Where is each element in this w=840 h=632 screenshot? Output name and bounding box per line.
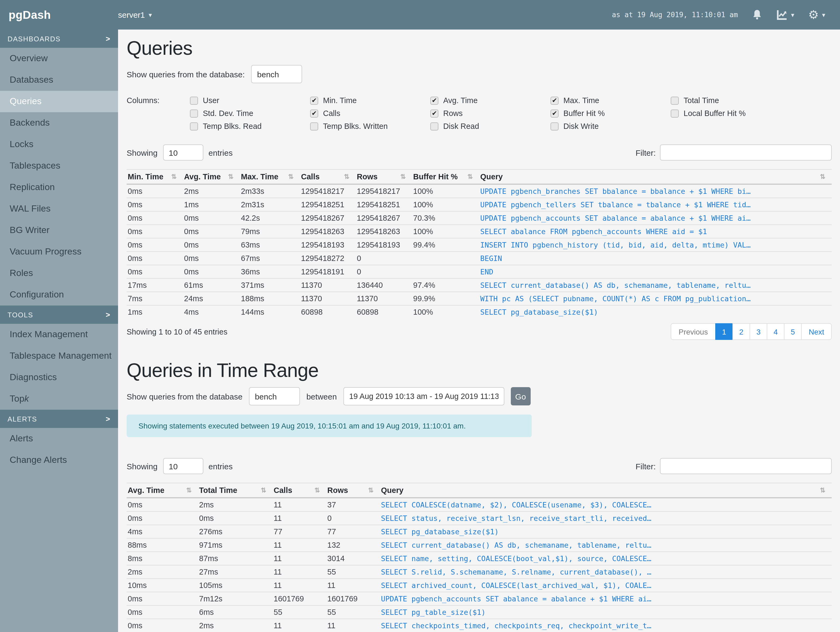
column-header-avg-time[interactable]: Avg. Time⇅ [183,169,240,184]
checkbox-calls[interactable]: ✔ [310,109,318,117]
date-range-input[interactable] [343,387,504,405]
column-header-avg-time[interactable]: Avg. Time⇅ [126,483,198,498]
pagination-page-1[interactable]: 1 [715,323,733,340]
sidebar-item-bg-writer[interactable]: BG Writer [0,220,118,241]
sidebar-item-queries[interactable]: Queries [0,91,118,112]
charts-menu-button[interactable]: ▾ [777,9,794,21]
sidebar-item-tablespaces[interactable]: Tablespaces [0,155,118,177]
checkbox-rows[interactable]: ✔ [430,109,438,117]
checkbox-option-min-time[interactable]: ✔Min. Time [310,96,430,105]
checkbox-disk-write[interactable] [551,122,559,130]
pagination-page-4[interactable]: 4 [767,323,785,340]
checkbox-option-avg-time[interactable]: ✔Avg. Time [430,96,551,105]
sidebar-item-replication[interactable]: Replication [0,177,118,198]
query-link[interactable]: SELECT status, receive_start_lsn, receiv… [380,512,832,525]
column-header-calls[interactable]: Calls⇅ [273,483,326,498]
query-link[interactable]: UPDATE pgbench_accounts SET abalance = a… [380,592,832,605]
checkbox-option-total-time[interactable]: Total Time [671,96,791,105]
query-link[interactable]: INSERT INTO pgbench_history (tid, bid, a… [479,238,832,252]
sidebar-item-tablespace-management[interactable]: Tablespace Management [0,345,118,367]
entries-input[interactable] [163,144,203,160]
checkbox-max-time[interactable]: ✔ [551,97,559,105]
pagination-page-3[interactable]: 3 [750,323,767,340]
sidebar-item-backends[interactable]: Backends [0,112,118,134]
pagination-page-5[interactable]: 5 [784,323,802,340]
checkbox-option-temp-blks-read[interactable]: Temp Blks. Read [190,122,310,130]
checkbox-local-buffer-hit[interactable] [671,109,679,117]
query-link[interactable]: UPDATE pgbench_branches SET bbalance = b… [479,184,832,198]
sort-icon[interactable]: ⇅ [467,173,476,181]
filter-input[interactable] [660,144,832,160]
column-header-buffer-hit[interactable]: Buffer Hit %⇅ [412,169,479,184]
query-link[interactable]: SELECT COALESCE(datname, $2), COALESCE(u… [380,498,832,512]
sidebar-section-alerts[interactable]: ALERTS> [0,410,118,428]
query-link[interactable]: SELECT pg_table_size($1) [380,605,832,619]
sidebar-item-top-k[interactable]: Top k [0,388,118,410]
sort-icon[interactable]: ⇅ [368,486,377,494]
query-link[interactable]: SELECT current_database() AS db, scheman… [479,279,832,292]
pagination-previous[interactable]: Previous [671,323,716,340]
go-button[interactable]: Go [510,387,531,405]
sort-icon[interactable]: ⇅ [314,486,323,494]
checkbox-option-local-buffer-hit[interactable]: Local Buffer Hit % [671,109,791,117]
query-link[interactable]: SELECT pg_database_size($1) [479,305,832,318]
sidebar-item-locks[interactable]: Locks [0,134,118,155]
column-header-rows[interactable]: Rows⇅ [356,169,412,184]
pagination-next[interactable]: Next [801,323,832,340]
query-link[interactable]: WITH pc AS (SELECT pubname, COUNT(*) AS … [479,292,832,305]
query-link[interactable]: SELECT S.relid, S.schemaname, S.relname,… [380,565,832,578]
checkbox-min-time[interactable]: ✔ [310,97,318,105]
sidebar-item-diagnostics[interactable]: Diagnostics [0,367,118,388]
column-header-max-time[interactable]: Max. Time⇅ [240,169,300,184]
checkbox-total-time[interactable] [671,97,679,105]
sidebar-item-overview[interactable]: Overview [0,48,118,69]
query-link[interactable]: UPDATE pgbench_tellers SET tbalance = tb… [479,198,832,211]
query-link[interactable]: END [479,265,832,279]
sidebar-section-tools[interactable]: TOOLS> [0,306,118,324]
query-link[interactable]: SELECT archived_count, COALESCE(last_arc… [380,578,832,592]
query-link[interactable]: SELECT checkpoints_timed, checkpoints_re… [380,619,832,632]
column-header-rows[interactable]: Rows⇅ [326,483,380,498]
query-link[interactable]: SELECT name, setting, COALESCE(boot_val,… [380,552,832,565]
checkbox-option-disk-write[interactable]: Disk Write [551,122,671,130]
checkbox-option-temp-blks-written[interactable]: Temp Blks. Written [310,122,430,130]
checkbox-std-dev-time[interactable] [190,109,198,117]
sidebar-item-wal-files[interactable]: WAL Files [0,198,118,220]
column-header-calls[interactable]: Calls⇅ [300,169,356,184]
sidebar-item-alerts[interactable]: Alerts [0,428,118,450]
query-link[interactable]: SELECT current_database() AS db, scheman… [380,538,832,552]
checkbox-option-rows[interactable]: ✔Rows [430,109,551,117]
sidebar-item-roles[interactable]: Roles [0,263,118,284]
query-link[interactable]: SELECT abalance FROM pgbench_accounts WH… [479,225,832,238]
sidebar-item-vacuum-progress[interactable]: Vacuum Progress [0,241,118,263]
sidebar-section-dashboards[interactable]: DASHBOARDS> [0,30,118,48]
checkbox-user[interactable] [190,97,198,105]
query-link[interactable]: UPDATE pgbench_accounts SET abalance = a… [479,211,832,225]
sort-icon[interactable]: ⇅ [171,173,180,181]
database-input[interactable] [251,65,302,83]
pagination-page-2[interactable]: 2 [733,323,750,340]
sort-icon[interactable]: ⇅ [820,486,829,494]
column-header-query[interactable]: Query⇅ [479,169,832,184]
checkbox-temp-blks-read[interactable] [190,122,198,130]
sort-icon[interactable]: ⇅ [288,173,297,181]
checkbox-avg-time[interactable]: ✔ [430,97,438,105]
sort-icon[interactable]: ⇅ [186,486,195,494]
sort-icon[interactable]: ⇅ [344,173,352,181]
sort-icon[interactable]: ⇅ [820,173,829,181]
sidebar-item-configuration[interactable]: Configuration [0,284,118,306]
checkbox-option-max-time[interactable]: ✔Max. Time [551,96,671,105]
sidebar-item-databases[interactable]: Databases [0,69,118,91]
checkbox-option-disk-read[interactable]: Disk Read [430,122,551,130]
column-header-total-time[interactable]: Total Time⇅ [198,483,273,498]
filter-input-2[interactable] [660,458,832,474]
timerange-database-input[interactable] [249,387,300,405]
checkbox-option-buffer-hit[interactable]: ✔Buffer Hit % [551,109,671,117]
checkbox-temp-blks-written[interactable] [310,122,318,130]
column-header-query[interactable]: Query⇅ [380,483,832,498]
settings-menu-button[interactable]: ⚙ ▾ [808,10,825,20]
sort-icon[interactable]: ⇅ [261,486,269,494]
query-link[interactable]: BEGIN [479,252,832,265]
sidebar-item-change-alerts[interactable]: Change Alerts [0,450,118,471]
server-selector[interactable]: server1 ▾ [118,10,152,19]
